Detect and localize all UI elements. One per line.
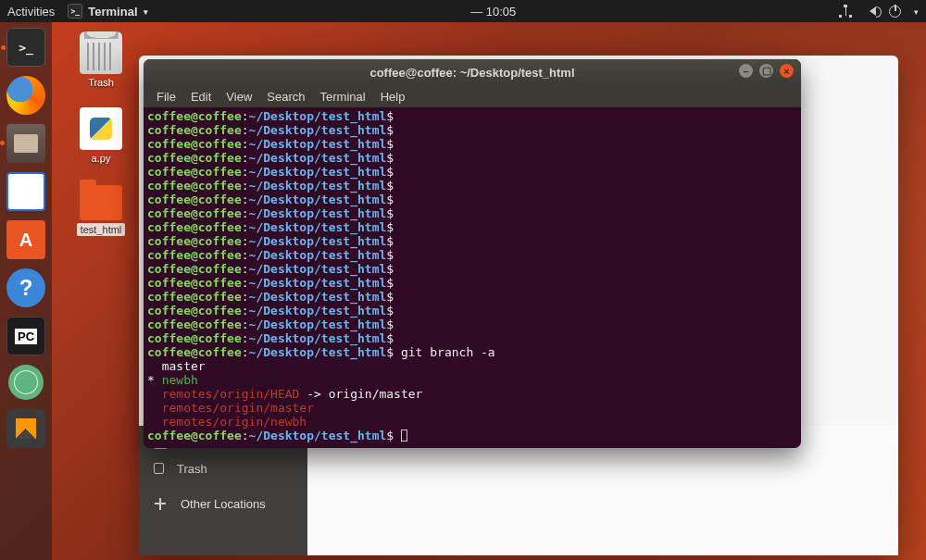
chevron-down-icon[interactable]: ▾ (914, 7, 919, 17)
desktop-icon-label: a.py (69, 153, 133, 164)
sidebar-item-trash[interactable]: Trash (139, 455, 307, 481)
dock-item-sublime[interactable] (6, 409, 45, 448)
sidebar-item-other-locations[interactable]: Other Locations (139, 491, 307, 516)
minimize-button[interactable]: – (739, 64, 753, 78)
terminal-titlebar[interactable]: coffee@coffee: ~/Desktop/test_html – ▢ × (144, 59, 801, 85)
volume-icon[interactable] (865, 6, 876, 16)
dock-item-atom[interactable] (8, 365, 44, 400)
activities-button[interactable]: Activities (7, 5, 55, 19)
dock: >_ PC (0, 22, 52, 560)
terminal-title: coffee@coffee: ~/Desktop/test_html (369, 66, 574, 80)
desktop-icon-label: test_html (77, 223, 126, 236)
menu-help[interactable]: Help (375, 90, 411, 104)
power-icon[interactable] (889, 6, 901, 18)
dock-item-libreoffice[interactable] (6, 172, 45, 211)
python-file-icon (80, 107, 122, 150)
dock-item-terminal[interactable]: >_ (6, 28, 45, 67)
app-indicator[interactable]: >_ Terminal ▾ (68, 4, 147, 19)
network-icon[interactable] (839, 5, 852, 18)
dock-item-software[interactable] (6, 220, 45, 259)
terminal-menubar: File Edit View Search Terminal Help (144, 85, 801, 107)
terminal-body[interactable]: coffee@coffee:~/Desktop/test_html$ coffe… (144, 107, 801, 448)
dock-item-pycharm[interactable]: PC (6, 317, 45, 355)
sidebar-item-label: Other Locations (181, 497, 266, 511)
desktop-icon-file[interactable]: a.py (69, 107, 133, 164)
trash-icon (80, 31, 122, 74)
menu-terminal[interactable]: Terminal (315, 90, 371, 104)
dock-item-help[interactable] (6, 268, 45, 307)
sidebar-item-label: Trash (177, 462, 207, 476)
desktop-icon-label: Trash (69, 77, 133, 88)
menu-file[interactable]: File (151, 90, 181, 104)
desktop-icon-trash[interactable]: Trash (69, 31, 133, 88)
menu-view[interactable]: View (220, 90, 257, 104)
desktop-icon-folder[interactable]: test_html (69, 180, 133, 236)
chevron-down-icon: ▾ (144, 7, 148, 17)
dock-item-firefox[interactable] (6, 76, 45, 115)
plus-icon (154, 498, 168, 510)
folder-icon (80, 185, 122, 220)
maximize-button[interactable]: ▢ (759, 64, 773, 78)
close-button[interactable]: × (780, 64, 794, 78)
app-indicator-label: Terminal (88, 5, 137, 19)
clock[interactable]: — 10:05 (470, 5, 516, 19)
menu-edit[interactable]: Edit (185, 90, 217, 104)
terminal-icon: >_ (68, 4, 82, 19)
menu-search[interactable]: Search (261, 90, 310, 104)
dock-item-files[interactable] (6, 124, 45, 163)
terminal-window[interactable]: coffee@coffee: ~/Desktop/test_html – ▢ ×… (144, 59, 801, 448)
trash-icon (154, 463, 164, 474)
gnome-topbar: Activities >_ Terminal ▾ — 10:05 ▾ (0, 0, 926, 22)
